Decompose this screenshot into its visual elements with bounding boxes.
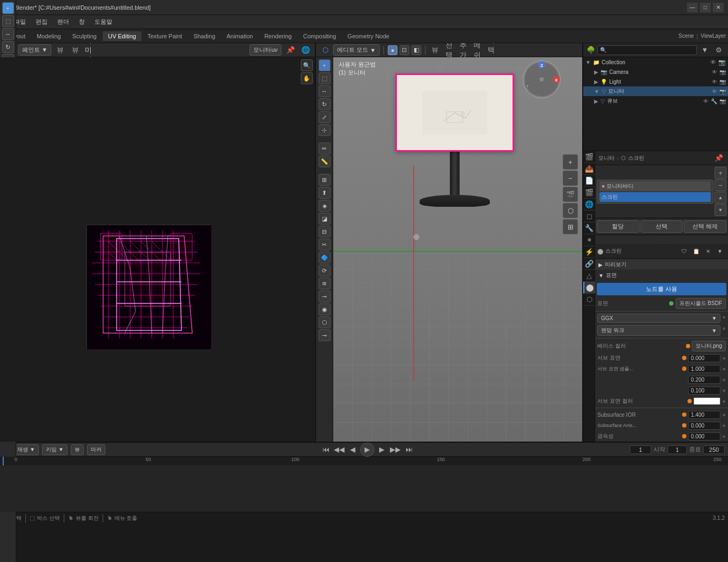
- image-select-dropdown[interactable]: 모니터uv: [250, 44, 281, 56]
- move-slot-up[interactable]: ▲: [714, 192, 726, 204]
- camera-view-btn[interactable]: 🎬: [563, 187, 578, 202]
- tab-compositing[interactable]: Compositing: [298, 31, 341, 41]
- keyframe-dropdown[interactable]: 키임 ▼: [42, 444, 68, 455]
- zoom-out-btn[interactable]: −: [563, 171, 578, 186]
- anis-value-field[interactable]: [688, 422, 720, 430]
- viewport-mesh-menu[interactable]: 메쉬: [471, 44, 483, 56]
- vp-move-tool[interactable]: ↔: [319, 85, 331, 97]
- outliner-settings-btn[interactable]: ⚙: [713, 44, 725, 56]
- randwalk-dropdown[interactable]: 랜덤 워크 ▼: [597, 325, 720, 336]
- outliner-item-collection[interactable]: ▼ 📁 Collection 👁 📷: [583, 57, 728, 67]
- camera-render-icon2[interactable]: 📷: [719, 69, 726, 75]
- vp-shrink[interactable]: ◉: [319, 303, 331, 315]
- tab-shading[interactable]: Shading: [188, 31, 220, 41]
- menu-edit[interactable]: 편집: [31, 17, 52, 27]
- bsdf-dropdown[interactable]: 프린시플드 BSDF: [676, 298, 726, 309]
- zoom-in-btn[interactable]: +: [563, 154, 578, 170]
- subsurface-value[interactable]: [688, 354, 720, 362]
- prop-tab-material[interactable]: ⬤: [583, 282, 595, 294]
- subsurface-color-swatch[interactable]: [693, 397, 720, 405]
- ior-value-field[interactable]: [688, 411, 720, 419]
- prop-tab-constraints[interactable]: 🔗: [583, 258, 595, 270]
- material-copy[interactable]: 📋: [690, 245, 702, 257]
- start-frame-input[interactable]: [668, 445, 687, 454]
- outliner-item-camera[interactable]: ▶ 📷 Camera 👁 📷: [583, 67, 728, 77]
- edit-mode-dropdown[interactable]: 에디트 모드 ▼: [333, 44, 380, 56]
- camera-eye[interactable]: 👁: [712, 69, 717, 75]
- prop-tab-modifiers[interactable]: 🔧: [583, 222, 595, 234]
- jump-end-btn[interactable]: ⏭: [403, 444, 415, 456]
- menu-render[interactable]: 렌더: [53, 17, 73, 27]
- end-frame-input[interactable]: [703, 445, 725, 454]
- vp-smooth[interactable]: ≋: [319, 277, 331, 289]
- material-shield[interactable]: 🛡: [678, 245, 690, 257]
- vp-bevel[interactable]: ◪: [319, 213, 331, 225]
- prop-tab-viewlayer[interactable]: 📄: [583, 175, 595, 187]
- vertex-select[interactable]: ●: [388, 45, 397, 55]
- texture-name-btn[interactable]: 모니터.png: [692, 341, 726, 351]
- material-slot-screen[interactable]: 스크린: [599, 192, 711, 202]
- vp-inset[interactable]: ◈: [319, 200, 331, 212]
- prop-tab-render[interactable]: 🎬: [583, 151, 595, 163]
- maximize-button[interactable]: □: [700, 3, 711, 12]
- vp-cursor-tool[interactable]: +: [319, 59, 331, 71]
- viewport-select-menu[interactable]: 선택: [443, 44, 455, 56]
- vp-measure-tool[interactable]: 📏: [319, 155, 331, 167]
- prop-tab-scene[interactable]: 🎬: [583, 187, 595, 199]
- vp-add-cube[interactable]: ⊞: [319, 174, 331, 186]
- add-material-slot[interactable]: +: [714, 167, 726, 179]
- monitor-render-icon[interactable]: 📷: [719, 89, 726, 94]
- close-button[interactable]: ✕: [713, 3, 724, 12]
- vp-spin[interactable]: ⟳: [319, 265, 331, 276]
- play-btn[interactable]: ▶: [360, 443, 374, 457]
- use-nodes-btn[interactable]: 노드를 사용: [597, 283, 726, 295]
- prop-pin-btn[interactable]: 📌: [713, 152, 725, 164]
- ggx-dropdown[interactable]: GGX ▼: [597, 314, 720, 323]
- tab-rendering[interactable]: Rendering: [259, 31, 297, 41]
- monitor-eye[interactable]: 👁: [712, 89, 717, 94]
- prop-tab-world[interactable]: 🌐: [583, 199, 595, 211]
- tab-animation[interactable]: Animation: [221, 31, 259, 41]
- prop-tab-physics[interactable]: ⚡: [583, 246, 595, 258]
- next-frame-btn[interactable]: ▶▶: [389, 444, 401, 456]
- cube-render-icon[interactable]: 📷: [719, 98, 726, 104]
- next-keyframe-btn[interactable]: ▶: [376, 444, 388, 456]
- cube-eye[interactable]: 👁: [703, 98, 709, 104]
- vp-scale-tool[interactable]: ⤢: [319, 111, 331, 123]
- tab-modeling[interactable]: Modeling: [31, 31, 66, 41]
- prev-frame-btn[interactable]: ◀◀: [333, 444, 345, 456]
- scene-settings-icon[interactable]: ⚙: [436, 63, 444, 75]
- uv-pin-btn[interactable]: 📌: [285, 44, 296, 56]
- vp-transform-tool[interactable]: ⊹: [319, 124, 331, 136]
- metallic-value-field[interactable]: [688, 432, 720, 441]
- assign-btn[interactable]: 할당: [597, 220, 639, 233]
- collection-eye-icon[interactable]: 👁: [710, 59, 716, 65]
- vp-poly-build[interactable]: 🔷: [319, 252, 331, 263]
- prop-tab-output[interactable]: 📤: [583, 163, 595, 175]
- prop-tab-particles[interactable]: ⁕: [583, 234, 595, 246]
- collection-render-icon[interactable]: 📷: [718, 59, 726, 66]
- cube-eye2[interactable]: 🔧: [711, 98, 717, 104]
- timeline-tracks[interactable]: [0, 465, 728, 512]
- vp-shear[interactable]: ⬡: [319, 316, 331, 328]
- deselect-btn[interactable]: 선택 해제: [684, 220, 726, 233]
- gizmo-circle[interactable]: Z X Y: [523, 60, 561, 98]
- vp-loop-cut[interactable]: ⊟: [319, 226, 331, 238]
- uv-zoom-in[interactable]: 🔍: [301, 59, 313, 71]
- minimize-button[interactable]: —: [687, 3, 698, 12]
- vp-edge-slide[interactable]: ⊸: [319, 290, 331, 302]
- material-close[interactable]: ✕: [702, 245, 714, 257]
- outliner-item-cube[interactable]: ▶ ▽ 큐브 👁 🔧 📷: [583, 96, 728, 106]
- vp-select-tool[interactable]: ⬚: [319, 72, 331, 84]
- mode-dropdown[interactable]: 페인트 ▼: [18, 44, 51, 56]
- timeline-view-dropdown[interactable]: 뷰: [71, 444, 84, 455]
- vp-rip[interactable]: ⊸: [319, 329, 331, 341]
- uv-pan[interactable]: ✋: [301, 72, 313, 84]
- light-eye[interactable]: 👁: [712, 79, 717, 85]
- remove-material-slot[interactable]: −: [714, 179, 726, 191]
- edge-select[interactable]: ⊡: [400, 45, 409, 55]
- perspective-btn[interactable]: ⬡: [563, 203, 578, 218]
- vp-knife[interactable]: ✂: [319, 239, 331, 250]
- current-frame-input[interactable]: [630, 445, 651, 454]
- surface-section[interactable]: ▼ 표면: [595, 270, 728, 280]
